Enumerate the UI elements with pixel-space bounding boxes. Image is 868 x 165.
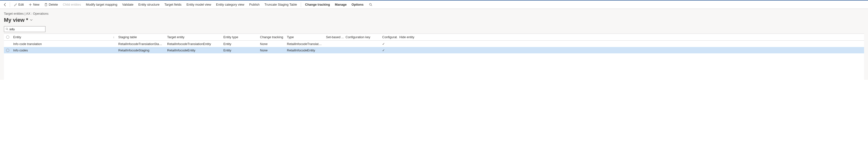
row-selector[interactable] bbox=[4, 43, 11, 45]
trash-icon bbox=[44, 3, 48, 6]
col-entity-label: Entity bbox=[13, 35, 21, 39]
entity-structure-button[interactable]: Entity structure bbox=[136, 2, 161, 7]
col-set-based[interactable]: Set-based ... bbox=[324, 34, 344, 40]
entity-model-view-label: Entity model view bbox=[186, 3, 211, 6]
cell-spacer bbox=[419, 43, 864, 45]
cell-type: RetailInfocodeEntity bbox=[285, 48, 324, 53]
view-dropdown[interactable] bbox=[30, 18, 33, 22]
filter-row bbox=[4, 25, 864, 33]
plus-icon bbox=[29, 3, 32, 6]
modify-target-mapping-button[interactable]: Modify target mapping bbox=[84, 2, 119, 7]
col-entity-type[interactable]: Entity type bbox=[221, 34, 258, 40]
sort-asc-icon: ↑ bbox=[113, 36, 115, 39]
cell-entity-type: Entity bbox=[221, 48, 258, 53]
filter-input[interactable] bbox=[9, 27, 44, 31]
back-button[interactable] bbox=[2, 2, 8, 7]
cell-hide-entity bbox=[397, 50, 419, 51]
cell-configurat: ✓ bbox=[380, 42, 397, 47]
delete-button[interactable]: Delete bbox=[42, 2, 60, 7]
cell-change-tracking: None bbox=[258, 48, 285, 53]
cell-hide-entity bbox=[397, 43, 419, 45]
cell-type: RetailInfocodeTranslation... bbox=[285, 42, 324, 47]
chevron-down-icon bbox=[30, 18, 33, 22]
cell-entity: Info codes bbox=[11, 48, 116, 53]
cell-target-entity: RetailInfocodeEntity bbox=[165, 48, 221, 53]
svg-point-1 bbox=[6, 28, 8, 30]
col-spacer bbox=[419, 36, 864, 38]
change-tracking-label: Change tracking bbox=[305, 3, 330, 6]
manage-label: Manage bbox=[335, 3, 346, 6]
publish-label: Publish bbox=[249, 3, 260, 6]
header-select-all[interactable] bbox=[4, 34, 11, 40]
filter-wrap bbox=[4, 26, 45, 32]
cell-entity: Info code translation bbox=[11, 42, 116, 47]
table-row[interactable]: Info code translationRetailInfocodeTrans… bbox=[4, 40, 864, 47]
circle-icon bbox=[6, 49, 9, 52]
validate-label: Validate bbox=[122, 3, 133, 6]
entity-grid: Entity ↑ Staging table Target entity Ent… bbox=[4, 33, 864, 80]
truncate-staging-label: Truncate Staging Table bbox=[265, 3, 297, 6]
separator bbox=[10, 2, 10, 7]
options-label: Options bbox=[352, 3, 364, 6]
entity-model-view-button[interactable]: Entity model view bbox=[185, 2, 213, 7]
col-type[interactable]: Type bbox=[285, 34, 324, 40]
cell-configuration-key bbox=[344, 50, 380, 51]
new-button[interactable]: New bbox=[27, 2, 41, 7]
action-bar: Edit New Delete Child entities Modify ta… bbox=[0, 0, 868, 9]
modify-target-mapping-label: Modify target mapping bbox=[86, 3, 117, 6]
child-entities-button: Child entities bbox=[61, 2, 83, 7]
edit-button[interactable]: Edit bbox=[12, 2, 26, 7]
col-configuration-key[interactable]: Configuration key bbox=[344, 34, 380, 40]
cell-staging-table: RetailInfocodeTranslationStaging bbox=[116, 42, 165, 47]
cell-set-based bbox=[324, 43, 344, 45]
table-row[interactable]: Info codesRetailInfocodeStagingRetailInf… bbox=[4, 47, 864, 53]
col-configurat[interactable]: Configurat... bbox=[380, 34, 397, 40]
cell-spacer bbox=[419, 50, 864, 51]
validate-button[interactable]: Validate bbox=[120, 2, 135, 7]
col-entity[interactable]: Entity ↑ bbox=[11, 34, 116, 40]
col-change-tracking[interactable]: Change tracking bbox=[258, 34, 285, 40]
search-button[interactable] bbox=[368, 2, 373, 7]
cell-change-tracking: None bbox=[258, 42, 285, 47]
options-button[interactable]: Options bbox=[350, 2, 366, 7]
cell-configurat: ✓ bbox=[380, 48, 397, 53]
child-entities-label: Child entities bbox=[63, 3, 81, 6]
target-fields-label: Target fields bbox=[164, 3, 182, 6]
filter-search-icon bbox=[6, 28, 8, 31]
edit-label: Edit bbox=[18, 3, 24, 6]
col-hide-entity[interactable]: Hide entity bbox=[397, 34, 419, 40]
col-staging-table[interactable]: Staging table bbox=[116, 34, 165, 40]
change-tracking-button[interactable]: Change tracking bbox=[303, 2, 332, 7]
arrow-left-icon bbox=[3, 3, 7, 7]
grid-body: Info code translationRetailInfocodeTrans… bbox=[4, 40, 864, 80]
entity-category-view-button[interactable]: Entity category view bbox=[214, 2, 246, 7]
entity-structure-label: Entity structure bbox=[138, 3, 160, 6]
entity-category-view-label: Entity category view bbox=[216, 3, 244, 6]
content-area: Target entities | AX : Operations My vie… bbox=[0, 9, 868, 80]
svg-point-0 bbox=[369, 3, 371, 5]
cell-configuration-key bbox=[344, 43, 380, 45]
target-fields-button[interactable]: Target fields bbox=[162, 2, 184, 7]
page-title: My view * bbox=[4, 17, 28, 23]
cell-staging-table: RetailInfocodeStaging bbox=[116, 48, 165, 53]
search-icon bbox=[369, 3, 372, 6]
truncate-staging-button[interactable]: Truncate Staging Table bbox=[262, 2, 299, 7]
delete-label: Delete bbox=[49, 3, 58, 6]
col-target-entity[interactable]: Target entity bbox=[165, 34, 221, 40]
cell-entity-type: Entity bbox=[221, 42, 258, 47]
pencil-icon bbox=[14, 3, 17, 6]
publish-button[interactable]: Publish bbox=[247, 2, 262, 7]
circle-icon bbox=[6, 35, 9, 39]
cell-target-entity: RetailInfocodeTranslationEntity bbox=[165, 42, 221, 47]
cell-set-based bbox=[324, 50, 344, 51]
title-row: My view * bbox=[4, 17, 864, 25]
breadcrumb: Target entities | AX : Operations bbox=[4, 11, 864, 17]
manage-button[interactable]: Manage bbox=[333, 2, 348, 7]
grid-header: Entity ↑ Staging table Target entity Ent… bbox=[4, 34, 864, 40]
new-label: New bbox=[33, 3, 39, 6]
row-selector[interactable] bbox=[4, 48, 11, 53]
